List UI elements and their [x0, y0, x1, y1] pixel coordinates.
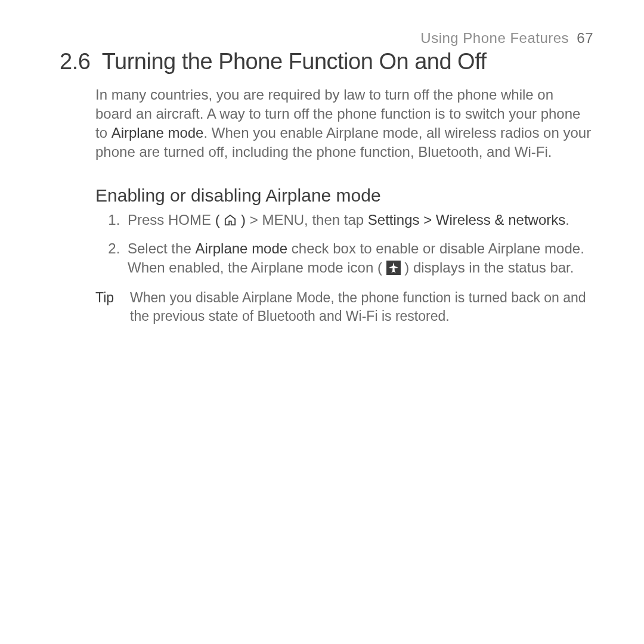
step-1: Press HOME ( ) > MENU, then tap Settings… [124, 210, 593, 231]
steps-list: Press HOME ( ) > MENU, then tap Settings… [95, 210, 593, 280]
home-key-close-paren: ) [237, 212, 246, 228]
home-icon [224, 212, 237, 231]
page-header: Using Phone Features 67 [60, 30, 593, 47]
step1-text-c: . [565, 212, 569, 228]
step1-settings-path: Settings > Wireless & networks [368, 212, 565, 228]
step1-text-a: Press HOME [128, 212, 215, 228]
section-title: 2.6 Turning the Phone Function On and Of… [60, 49, 593, 75]
step-2: Select the Airplane mode check box to en… [124, 239, 593, 280]
airplane-icon [386, 261, 401, 280]
tip-body: When you disable Airplane Mode, the phon… [130, 289, 593, 326]
tip-label: Tip [95, 289, 130, 326]
chapter-title: Using Phone Features [420, 30, 569, 46]
intro-bold-airplane-mode: Airplane mode [112, 125, 204, 141]
intro-paragraph: In many countries, you are required by l… [95, 85, 593, 162]
step2-text-a: Select the [128, 240, 195, 256]
page-number: 67 [577, 30, 593, 46]
manual-page: Using Phone Features 67 2.6 Turning the … [0, 0, 644, 326]
home-key-open-paren: ( [215, 212, 224, 228]
section-number: 2.6 [60, 49, 90, 74]
step2-bold-airplane-mode: Airplane mode [195, 240, 287, 256]
section-heading: Turning the Phone Function On and Off [102, 49, 487, 74]
step1-text-b: > MENU, then tap [246, 212, 368, 228]
subheading: Enabling or disabling Airplane mode [95, 185, 593, 206]
step2-text-c: ) displays in the status bar. [401, 259, 574, 275]
tip-block: Tip When you disable Airplane Mode, the … [95, 289, 593, 326]
